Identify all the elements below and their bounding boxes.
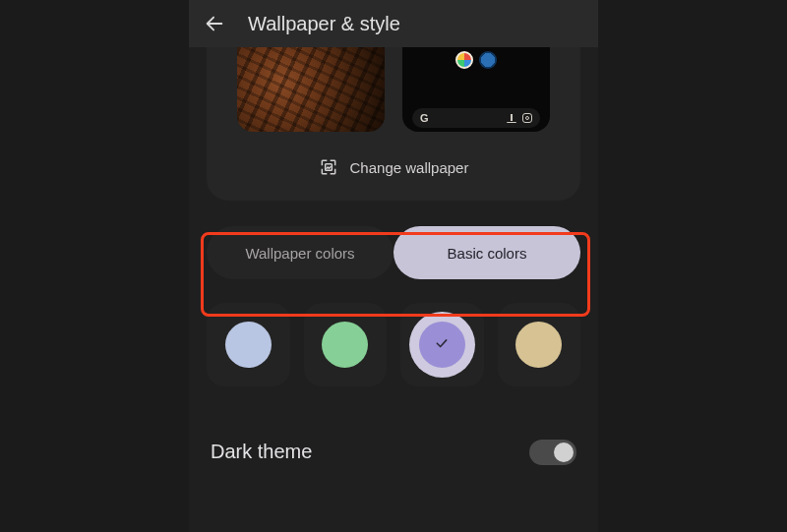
swatch-circle-selected — [419, 322, 465, 368]
dark-theme-label: Dark theme — [211, 441, 312, 463]
lockscreen-preview[interactable] — [237, 47, 385, 132]
tab-wallpaper-colors[interactable]: Wallpaper colors — [207, 226, 394, 279]
change-wallpaper-button[interactable]: Change wallpaper — [224, 157, 563, 177]
mic-icon — [507, 113, 516, 123]
app-icon — [455, 51, 473, 69]
color-swatch-1[interactable] — [207, 303, 290, 386]
change-wallpaper-label: Change wallpaper — [350, 159, 469, 176]
homescreen-search-widget: G — [412, 108, 540, 128]
switch-knob — [554, 443, 574, 462]
dark-theme-switch[interactable] — [529, 440, 576, 465]
color-swatch-4[interactable] — [498, 303, 581, 386]
homescreen-app-icons — [402, 51, 550, 69]
arrow-left-icon — [204, 13, 225, 34]
swatch-circle — [515, 322, 562, 368]
wallpaper-preview-card: G Change wallpaper — [207, 47, 580, 201]
tab-label: Basic colors — [448, 245, 527, 262]
swatch-circle — [225, 322, 272, 368]
color-source-tabs: Wallpaper colors Basic colors — [207, 226, 580, 279]
google-g-icon: G — [420, 112, 429, 124]
tab-basic-colors[interactable]: Basic colors — [394, 226, 580, 279]
back-button[interactable] — [201, 10, 228, 37]
wallpaper-style-screen: Wallpaper & style G — [189, 0, 598, 532]
homescreen-preview[interactable]: G — [402, 47, 550, 132]
tab-label: Wallpaper colors — [245, 245, 354, 262]
page-title: Wallpaper & style — [248, 13, 400, 35]
dark-theme-row: Dark theme — [211, 440, 576, 465]
color-swatch-3[interactable] — [400, 303, 484, 386]
app-icon — [479, 51, 497, 69]
color-swatch-2[interactable] — [304, 303, 388, 386]
wallpaper-previews: G — [224, 47, 563, 132]
basic-color-swatches — [207, 303, 580, 386]
check-icon — [434, 335, 450, 351]
swatch-circle — [322, 322, 368, 368]
wallpaper-icon — [319, 157, 338, 177]
app-bar: Wallpaper & style — [189, 0, 598, 47]
lens-icon — [522, 113, 532, 123]
